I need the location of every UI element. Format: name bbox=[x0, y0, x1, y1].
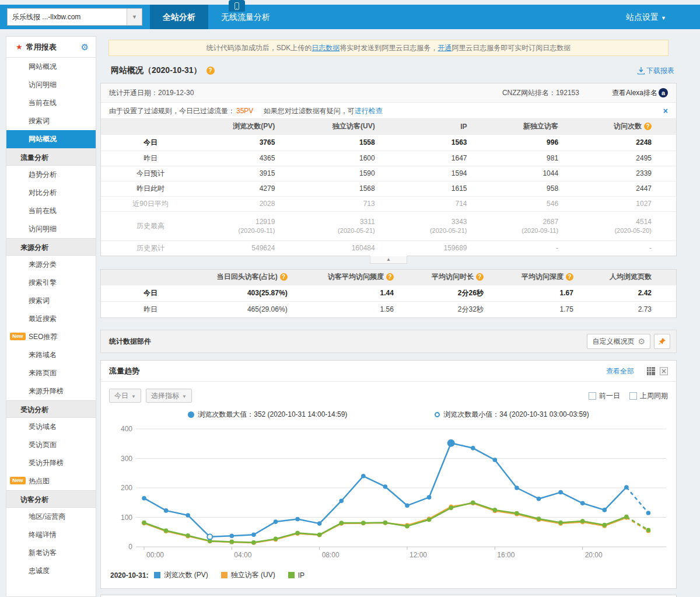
site-selector-dropdown[interactable]: 乐乐线报 ...-llxbw.com ▼ bbox=[7, 8, 142, 26]
sidebar: ★ 常用报表 ⚙ 网站概况访问明细当前在线搜索词网站概况流量分析趋势分析对比分析… bbox=[6, 36, 96, 597]
sidebar-item[interactable]: 新老访客 bbox=[6, 544, 96, 562]
close-icon[interactable]: × bbox=[663, 103, 668, 118]
view-all-link[interactable]: 查看全部 bbox=[606, 361, 634, 382]
help-icon[interactable]: ? bbox=[280, 273, 288, 281]
site-settings-menu[interactable]: 站点设置▼ bbox=[626, 5, 666, 29]
cell-value: 159689 bbox=[400, 240, 492, 256]
sidebar-item[interactable]: 最近搜索 bbox=[6, 310, 96, 328]
cell-value: 403(25.87%) bbox=[200, 285, 312, 301]
sidebar-item[interactable]: 受访域名 bbox=[6, 418, 96, 436]
overview-stats-table: 浏览次数(PV)独立访客(UV)IP新独立访客访问次数?今日3765155815… bbox=[101, 119, 676, 256]
sidebar-item[interactable]: 趋势分析 bbox=[6, 166, 96, 184]
sidebar-item[interactable]: 来路页面 bbox=[6, 364, 96, 382]
legend-item[interactable]: IP bbox=[288, 571, 304, 579]
sidebar-item[interactable]: 来源分类 bbox=[6, 256, 96, 274]
pin-button[interactable] bbox=[654, 334, 670, 349]
sidebar-item[interactable]: 访问明细 bbox=[6, 76, 96, 94]
table-row: 昨日此时4279156816159582447 bbox=[101, 181, 676, 196]
traffic-trend-panel: 流量趋势 查看全部 今日▼ 选择指标▼ 前一日 上周同期 bbox=[100, 360, 677, 589]
sidebar-item[interactable]: 终端详情 bbox=[6, 526, 96, 544]
sidebar-item[interactable]: 搜索词 bbox=[6, 112, 96, 130]
close-widget-icon[interactable] bbox=[660, 367, 668, 375]
sidebar-item[interactable]: 受访升降榜 bbox=[6, 454, 96, 472]
period-dropdown[interactable]: 今日▼ bbox=[109, 389, 141, 403]
min-value-annotation: 浏览次数最小值：34 (2020-10-31 03:00-03:59) bbox=[435, 410, 589, 420]
sidebar-section-header: 受访分析 bbox=[6, 400, 96, 418]
help-icon[interactable]: ? bbox=[476, 273, 484, 281]
cell-value: 2687(2020-09-11) bbox=[492, 211, 583, 240]
sidebar-item[interactable]: 受访页面 bbox=[6, 436, 96, 454]
collapse-table-button[interactable]: ▲ bbox=[370, 256, 407, 264]
log-data-link[interactable]: 日志数据 bbox=[312, 44, 340, 52]
sidebar-section-header: 访客分析 bbox=[6, 490, 96, 508]
sidebar-item[interactable]: 当前在线 bbox=[6, 202, 96, 220]
chart-title: 流量趋势 bbox=[109, 361, 606, 382]
new-badge: New bbox=[10, 477, 26, 484]
view-alexa-rank-link[interactable]: 查看Alexa排名 a bbox=[612, 83, 668, 102]
sidebar-item[interactable]: 搜索词 bbox=[6, 292, 96, 310]
metric-dropdown[interactable]: 选择指标▼ bbox=[146, 389, 192, 403]
row-label: 近90日平均 bbox=[101, 196, 200, 211]
cell-value: 2分32秒 bbox=[418, 301, 508, 317]
gear-icon[interactable]: ⚙ bbox=[81, 37, 89, 58]
svg-text:04:00: 04:00 bbox=[234, 551, 251, 559]
table-row: 昨日465(29.06%)1.562分32秒1.752.73 bbox=[101, 301, 676, 317]
help-icon[interactable]: ? bbox=[386, 273, 394, 281]
table-row: 历史累计549624160484159689-- bbox=[101, 240, 676, 256]
sidebar-item[interactable]: 网站概况 bbox=[6, 58, 96, 76]
chart-header: 流量趋势 查看全部 bbox=[101, 361, 676, 382]
sidebar-item[interactable]: 访问明细 bbox=[6, 220, 96, 238]
help-icon[interactable]: ? bbox=[644, 123, 652, 130]
column-header: 访客平均访问频度? bbox=[312, 270, 418, 285]
engagement-panel: 当日回头访客(占比)?访客平均访问频度?平均访问时长?平均访问深度?人均浏览页数… bbox=[100, 269, 677, 318]
column-header bbox=[101, 270, 200, 285]
tab-wireless-traffic-analysis[interactable]: 无线流量分析 bbox=[208, 5, 283, 29]
engagement-stats-table: 当日回头访客(占比)?访客平均访问频度?平均访问时长?平均访问深度?人均浏览页数… bbox=[101, 270, 676, 317]
legend-item[interactable]: 独立访客 (UV) bbox=[221, 570, 275, 580]
column-header: 人均浏览页数 bbox=[598, 270, 676, 285]
help-icon[interactable]: ? bbox=[206, 67, 215, 75]
cell-value: 2248 bbox=[583, 134, 676, 151]
sidebar-item[interactable]: 搜索引擎 bbox=[6, 274, 96, 292]
column-header bbox=[101, 119, 200, 134]
check-filter-link[interactable]: 进行检查 bbox=[355, 103, 383, 118]
table-view-icon[interactable] bbox=[647, 367, 655, 375]
svg-text:200: 200 bbox=[121, 484, 132, 492]
download-report-button[interactable]: 下载报表 bbox=[638, 66, 674, 76]
traffic-trend-chart[interactable]: 010020030040000:0004:0008:0012:0016:0020… bbox=[108, 421, 668, 567]
customize-overview-button[interactable]: 自定义概况页 ⚙ bbox=[587, 334, 650, 349]
checkbox-icon bbox=[629, 392, 637, 400]
legend-item[interactable]: 浏览次数 (PV) bbox=[154, 570, 208, 580]
cell-value: 4514(2020-05-20) bbox=[583, 211, 676, 240]
column-header: 平均访问深度? bbox=[508, 270, 598, 285]
help-icon[interactable]: ? bbox=[566, 273, 573, 281]
alexa-icon: a bbox=[659, 88, 668, 97]
tab-full-site-analysis[interactable]: 全站分析 bbox=[150, 5, 208, 29]
activate-link[interactable]: 开通 bbox=[438, 44, 452, 52]
svg-text:100: 100 bbox=[121, 514, 132, 522]
sidebar-item[interactable]: 网站概况 bbox=[6, 130, 96, 148]
sidebar-item[interactable]: NewSEO推荐 bbox=[6, 328, 96, 346]
sidebar-item[interactable]: New热点图 bbox=[6, 472, 96, 490]
table-row: 今日3765155815639962248 bbox=[101, 134, 676, 151]
same-period-last-week-checkbox[interactable]: 上周同期 bbox=[629, 391, 668, 401]
column-header: 平均访问时长? bbox=[418, 270, 508, 285]
legend-swatch bbox=[221, 572, 228, 578]
sidebar-item[interactable]: 忠诚度 bbox=[6, 562, 96, 580]
sidebar-item[interactable]: 来源升降榜 bbox=[6, 382, 96, 400]
sidebar-item[interactable]: 地区/运营商 bbox=[6, 508, 96, 526]
cell-value: 714 bbox=[400, 196, 492, 211]
sidebar-items: 网站概况访问明细当前在线搜索词网站概况流量分析趋势分析对比分析当前在线访问明细来… bbox=[6, 58, 96, 580]
chart-controls: 今日▼ 选择指标▼ 前一日 上周同期 bbox=[101, 382, 676, 405]
cell-value: 1590 bbox=[299, 166, 399, 181]
page-title: 网站概况（2020-10-31） bbox=[111, 65, 202, 76]
main-tabs: 全站分析 无线流量分析 bbox=[150, 5, 283, 29]
sidebar-item[interactable]: 来路域名 bbox=[6, 346, 96, 364]
previous-day-checkbox[interactable]: 前一日 bbox=[589, 391, 620, 401]
sidebar-item[interactable]: 当前在线 bbox=[6, 94, 96, 112]
cell-value: 2分26秒 bbox=[418, 285, 508, 301]
notice-text: 统计代码添加成功后，SDK上传的 bbox=[206, 44, 312, 52]
chevron-down-icon: ▼ bbox=[127, 9, 142, 25]
sidebar-header: ★ 常用报表 ⚙ bbox=[6, 37, 96, 58]
sidebar-item[interactable]: 对比分析 bbox=[6, 184, 96, 202]
